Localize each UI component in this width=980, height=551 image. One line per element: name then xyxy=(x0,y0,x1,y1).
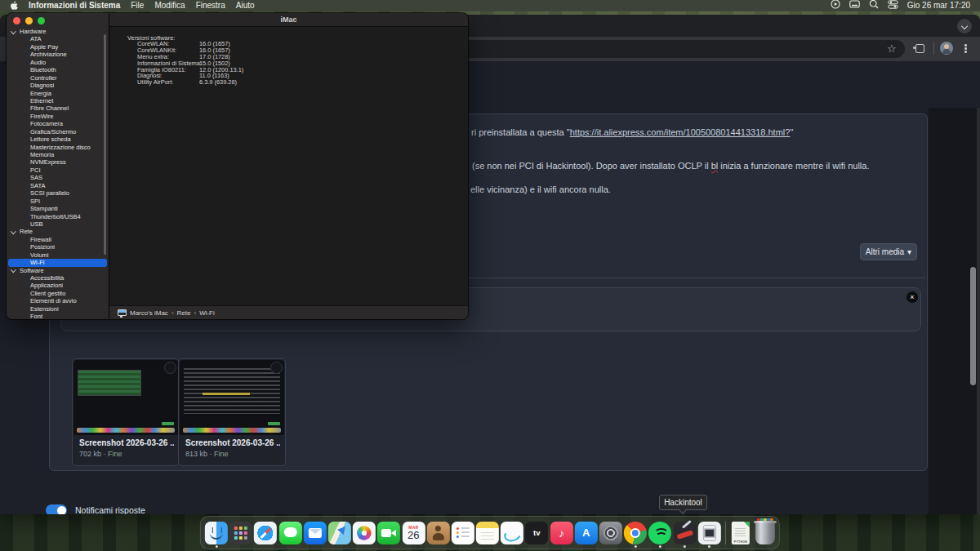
menu-app-name[interactable]: Informazioni di Sistema xyxy=(29,0,120,11)
sidebar-item[interactable]: Memoria xyxy=(8,151,107,158)
sidebar-item[interactable]: Hardware xyxy=(8,28,107,35)
menu-item[interactable]: Aiuto xyxy=(236,0,255,11)
window-minimize-button[interactable] xyxy=(25,17,33,24)
sidebar-item[interactable]: Applicazioni xyxy=(8,282,107,289)
apple-logo-icon[interactable] xyxy=(10,1,18,11)
dock-icon-finder[interactable] xyxy=(205,522,228,544)
sidebar-item[interactable]: SAS xyxy=(8,174,107,181)
chevron-down-icon xyxy=(11,229,16,233)
sidebar-item[interactable]: Software xyxy=(8,267,107,274)
computer-icon xyxy=(118,309,127,316)
sidebar-item[interactable]: Fotocamera xyxy=(8,120,107,127)
dock-icon-mail[interactable] xyxy=(304,522,327,544)
sysinfo-statusbar: Marco's iMac › Rete › Wi-Fi xyxy=(109,305,468,319)
sidebar-item[interactable]: Firewall xyxy=(8,236,107,243)
sidebar-item[interactable]: Accessibilità xyxy=(8,274,107,282)
sidebar-item[interactable]: Volumi xyxy=(8,251,107,259)
sidebar-item[interactable]: Audio xyxy=(8,59,107,66)
dock-icon-messages[interactable] xyxy=(278,522,301,544)
sidebar-item[interactable]: Bluetooth xyxy=(8,66,107,73)
window-zoom-button[interactable] xyxy=(38,17,45,24)
sidebar-item[interactable]: Posizioni xyxy=(8,243,107,251)
sidebar-item[interactable]: Masterizzazione disco xyxy=(8,144,107,151)
statusbar-page: Wi-Fi xyxy=(199,309,215,317)
dock-icon-reminders[interactable] xyxy=(452,522,474,544)
dock-icon-launchpad[interactable] xyxy=(229,522,252,544)
sidebar-item[interactable]: Lettore scheda xyxy=(8,136,107,143)
aliexpress-link[interactable]: https://it.aliexpress.com/item/100500801… xyxy=(570,127,791,137)
sidebar-item[interactable]: Rete xyxy=(8,228,107,235)
attachment-status: Fine xyxy=(214,450,229,458)
attachment-menu-button[interactable] xyxy=(270,362,283,374)
attachment-meta: 813 kb · Fine xyxy=(185,450,280,458)
sidebar-item[interactable]: Estensioni xyxy=(8,305,107,313)
sidebar-item[interactable]: Archiviazione xyxy=(8,51,107,58)
sidebar-item[interactable]: Ethernet xyxy=(8,97,107,104)
page-scrollbar[interactable] xyxy=(970,267,976,385)
control-center-icon[interactable] xyxy=(888,0,898,12)
dock-icon-maps[interactable] xyxy=(328,522,351,544)
sidebar-item[interactable]: Diagnosi xyxy=(8,82,107,89)
sidebar-item[interactable]: Thunderbolt/USB4 xyxy=(8,213,107,220)
play-circle-icon[interactable] xyxy=(831,0,840,12)
menu-item[interactable]: File xyxy=(131,0,144,11)
close-icon[interactable]: × xyxy=(906,291,918,303)
sidebar-item[interactable]: Client gestito xyxy=(8,290,107,297)
dock-icon-contacts[interactable] xyxy=(427,522,450,544)
notify-toggle[interactable] xyxy=(46,504,67,514)
menu-item[interactable]: Finestra xyxy=(196,0,225,11)
sidebar-item[interactable]: FireWire xyxy=(8,113,107,120)
sidebar-item[interactable]: Elementi di avvio xyxy=(8,297,107,304)
sidebar-item[interactable]: SPI xyxy=(8,198,107,205)
display-icon[interactable] xyxy=(849,0,860,12)
window-edge xyxy=(977,108,980,514)
dock-icon-apple-tv[interactable]: tv xyxy=(525,522,548,544)
sidebar-item[interactable]: Font xyxy=(8,313,107,319)
dock-icon-music[interactable]: ♪ xyxy=(550,522,572,544)
notify-toggle-label: Notificami risposte xyxy=(75,505,145,514)
dock-icon-app-store[interactable]: A xyxy=(575,522,598,544)
sidebar-scrollbar[interactable] xyxy=(104,34,106,255)
sidebar-item[interactable]: NVMExpress xyxy=(8,158,107,166)
post-text-line: (se non nei PCI di Hackintool). Dopo ave… xyxy=(472,160,870,171)
menu-bar-clock[interactable]: Gio 26 mar 17:20 xyxy=(907,0,970,11)
extensions-icon[interactable] xyxy=(915,44,924,53)
sidebar-item[interactable]: Energia xyxy=(8,90,107,97)
tab-search-button[interactable] xyxy=(957,19,972,33)
attachment-card[interactable]: Screenshot 2026-03-26 ... 702 kb · Fine xyxy=(72,358,180,466)
dock-icon-system-settings[interactable] xyxy=(599,522,622,544)
dock-icon-trash[interactable] xyxy=(755,521,775,544)
dock-icon-chip-utility[interactable] xyxy=(698,522,721,544)
dock-icon-calendar[interactable]: MAR 26 xyxy=(402,522,425,544)
dock-icon-photos[interactable] xyxy=(353,522,376,544)
browser-menu-icon[interactable] xyxy=(964,44,967,47)
dock-icon-freeform[interactable] xyxy=(501,522,523,544)
menu-item[interactable]: Modifica xyxy=(154,0,185,11)
attachment-card[interactable]: Screenshot 2026-03-26 ... 813 kb · Fine xyxy=(178,358,286,466)
dock-icon-chrome[interactable] xyxy=(624,522,647,544)
sidebar-item[interactable]: ATA xyxy=(8,35,107,42)
profile-avatar[interactable] xyxy=(940,42,953,55)
attachment-menu-button[interactable] xyxy=(164,362,176,374)
dock-icon-spotify[interactable] xyxy=(648,522,671,544)
sidebar-item[interactable]: Grafica/Schermo xyxy=(8,128,107,136)
dock-divider xyxy=(725,522,726,544)
dock-icon-safari[interactable] xyxy=(254,522,277,544)
sidebar-item[interactable]: PCI xyxy=(8,167,107,174)
search-icon[interactable] xyxy=(869,0,879,12)
altri-media-button[interactable]: Altri media ▾ xyxy=(860,243,917,260)
sidebar-item[interactable]: SCSI parallelo xyxy=(8,189,107,197)
sidebar-item[interactable]: Stampanti xyxy=(8,205,107,212)
sidebar-item[interactable]: Apple Pay xyxy=(8,43,107,51)
sidebar-item[interactable]: Controller xyxy=(8,74,107,82)
dock-icon-notes[interactable] xyxy=(476,522,499,544)
dock-icon-hackintool[interactable] xyxy=(673,522,696,544)
sidebar-item[interactable]: SATA xyxy=(8,182,107,189)
bookmark-star-icon[interactable]: ☆ xyxy=(887,42,897,56)
sidebar-item[interactable]: USB xyxy=(8,220,107,228)
sidebar-item[interactable]: Wi-Fi xyxy=(8,259,107,266)
dock-icon-facetime[interactable] xyxy=(377,522,400,544)
window-close-button[interactable] xyxy=(13,17,20,24)
dock-icon-python-file[interactable]: PYTHON xyxy=(732,522,750,544)
sidebar-item[interactable]: Fibre Channel xyxy=(8,104,107,112)
